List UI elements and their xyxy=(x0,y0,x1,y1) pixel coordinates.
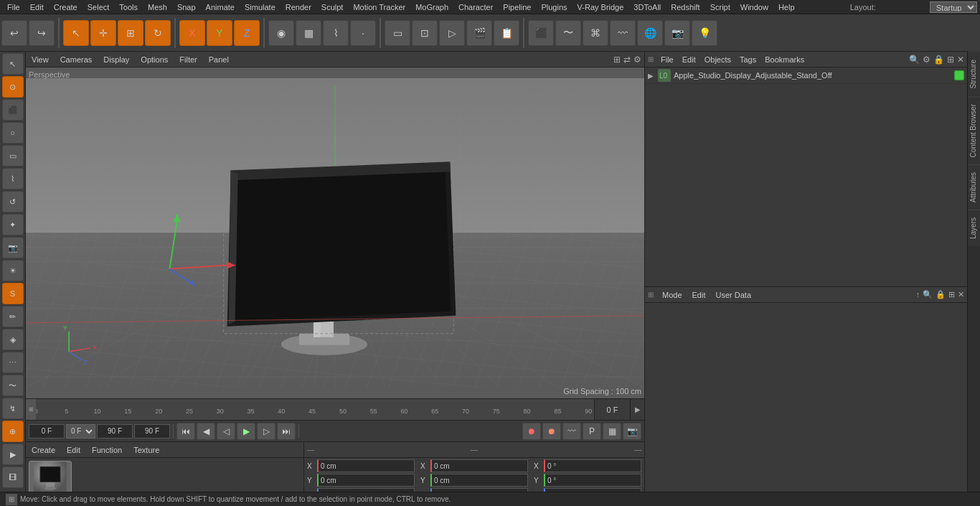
fps-dropdown[interactable]: 0 F xyxy=(66,424,95,439)
play-forward-button[interactable]: ▶ xyxy=(237,423,255,440)
obj-filter-icon[interactable]: ⚙ xyxy=(923,55,930,65)
attr-close-icon[interactable]: ✕ xyxy=(958,290,964,299)
render-region-button[interactable]: ⊡ xyxy=(412,20,438,46)
render-active-button[interactable]: ▷ xyxy=(439,20,465,46)
sidebar-sphere-button[interactable]: ○ xyxy=(2,122,24,144)
menu-plugins[interactable]: Plugins xyxy=(537,1,571,13)
menu-3dtoall[interactable]: 3DToAll xyxy=(629,1,665,13)
goto-last-button[interactable]: ⏭ xyxy=(277,423,296,440)
menu-mograph[interactable]: MoGraph xyxy=(411,1,453,13)
scale-x-input[interactable] xyxy=(430,459,528,472)
menu-vray[interactable]: V-Ray Bridge xyxy=(573,1,628,13)
obj-objects-menu[interactable]: Objects xyxy=(702,55,734,65)
frame-all-button[interactable]: ▭ xyxy=(385,20,410,46)
deform-tool-button[interactable]: 〰 xyxy=(610,20,636,46)
attr-edit-menu[interactable]: Edit xyxy=(689,290,709,300)
menu-script[interactable]: Script xyxy=(706,1,735,13)
object-mode-button[interactable]: ◉ xyxy=(268,20,294,46)
menu-character[interactable]: Character xyxy=(454,1,497,13)
layout-dropdown[interactable]: Startup xyxy=(930,1,977,13)
layers-tab[interactable]: Layers xyxy=(968,210,980,246)
menu-motion-tracker[interactable]: Motion Tracker xyxy=(349,1,410,13)
menu-sculpt[interactable]: Sculpt xyxy=(317,1,348,13)
end-frame-input[interactable] xyxy=(97,424,133,439)
start-frame-input[interactable] xyxy=(29,424,65,439)
table-row[interactable]: ▶ L0 Apple_Studio_Display_Adjustable_Sta… xyxy=(645,67,967,84)
menu-redshift[interactable]: Redshift xyxy=(666,1,704,13)
sidebar-paint-button[interactable]: ✏ xyxy=(2,306,24,327)
snap-frame-button[interactable]: P xyxy=(583,423,601,440)
menu-window[interactable]: Window xyxy=(736,1,773,13)
vp-filter-menu[interactable]: Filter xyxy=(176,55,199,65)
menu-tools[interactable]: Tools xyxy=(115,1,142,13)
sidebar-anim-button[interactable]: 🎞 xyxy=(2,467,24,488)
autokey-button[interactable]: ⏺ xyxy=(542,423,561,440)
menu-create[interactable]: Create xyxy=(50,1,82,13)
redo-button[interactable]: ↪ xyxy=(29,20,55,46)
step-back-button[interactable]: ◀ xyxy=(197,423,215,440)
vp-options-menu[interactable]: Options xyxy=(138,55,171,65)
content-browser-tab[interactable]: Content Browser xyxy=(968,96,980,164)
render-picture-button[interactable]: 🎬 xyxy=(466,20,492,46)
x-axis-button[interactable]: X xyxy=(179,20,205,46)
vp-panel-menu[interactable]: Panel xyxy=(206,55,232,65)
spline-tool-button[interactable]: 〜 xyxy=(555,20,581,46)
attr-lock2-icon[interactable]: 🔒 xyxy=(936,290,946,299)
sidebar-snap-button[interactable]: ⊕ xyxy=(2,421,24,442)
sidebar-plane-button[interactable]: ▭ xyxy=(2,145,24,167)
attr-max-icon[interactable]: ⊞ xyxy=(948,290,955,299)
timeline-ruler[interactable]: 0 5 10 15 20 25 30 35 40 45 50 55 60 65 … xyxy=(36,399,594,421)
scene-tool-button[interactable]: 🌐 xyxy=(637,20,663,46)
frame-nav-button[interactable]: ▶ xyxy=(630,399,644,421)
z-axis-button[interactable]: Z xyxy=(234,20,260,46)
light-tool-button[interactable]: 💡 xyxy=(692,20,717,46)
sidebar-sweep-button[interactable]: ↺ xyxy=(2,191,24,212)
undo-button[interactable]: ↩ xyxy=(1,20,27,46)
sidebar-cube-button[interactable]: ⬛ xyxy=(2,99,24,121)
edge-mode-button[interactable]: ⌇ xyxy=(323,20,349,46)
move-tool-button[interactable]: ✛ xyxy=(90,20,116,46)
menu-render[interactable]: Render xyxy=(281,1,316,13)
attr-userdata-menu[interactable]: User Data xyxy=(713,290,755,300)
menu-file[interactable]: File xyxy=(3,1,24,13)
record-button[interactable]: ⏺ xyxy=(522,423,541,440)
y-axis-button[interactable]: Y xyxy=(207,20,232,46)
rotate-tool-button[interactable]: ↻ xyxy=(145,20,171,46)
obj-tags-menu[interactable]: Tags xyxy=(737,55,759,65)
menu-help[interactable]: Help xyxy=(774,1,799,13)
motion-button[interactable]: 〰 xyxy=(562,423,581,440)
structure-tab[interactable]: Structure xyxy=(968,52,980,96)
menu-pipeline[interactable]: Pipeline xyxy=(499,1,535,13)
vp-cameras-menu[interactable]: Cameras xyxy=(57,55,95,65)
sidebar-motion-button[interactable]: 〜 xyxy=(2,375,24,396)
preview-button[interactable]: ▦ xyxy=(603,423,621,440)
poly-mode-button[interactable]: ▦ xyxy=(296,20,321,46)
timeline-toggle[interactable]: ⊞ xyxy=(26,399,36,421)
obj-bookmarks-menu[interactable]: Bookmarks xyxy=(762,55,807,65)
render-vp-button[interactable]: 📷 xyxy=(623,423,641,440)
goto-first-button[interactable]: ⏮ xyxy=(176,423,195,440)
sidebar-camera-button[interactable]: 📷 xyxy=(2,237,24,258)
sidebar-nurbs-button[interactable]: ⌇ xyxy=(2,168,24,189)
obj-lock-icon[interactable]: 🔒 xyxy=(933,55,944,65)
viewport[interactable]: Perspective Grid Spacing : 100 cm xyxy=(26,67,644,398)
sidebar-render-button[interactable]: ▶ xyxy=(2,444,24,465)
end-frame2-input[interactable] xyxy=(134,424,170,439)
mat-create-menu[interactable]: Create xyxy=(29,445,58,455)
object-visibility-dot[interactable] xyxy=(954,70,964,80)
vp-settings-icon[interactable]: ⚙ xyxy=(633,55,641,65)
scale-y-input[interactable] xyxy=(430,474,528,487)
obj-maximize-icon[interactable]: ⊞ xyxy=(947,55,954,65)
sidebar-dynamics-button[interactable]: ↯ xyxy=(2,398,24,419)
attr-mode-menu[interactable]: Mode xyxy=(659,290,685,300)
rot-y-input[interactable] xyxy=(544,474,641,487)
attr-search-icon[interactable]: 🔍 xyxy=(923,290,933,299)
step-forward-button[interactable]: ▷ xyxy=(257,423,275,440)
obj-file-menu[interactable]: File xyxy=(658,55,677,65)
obj-edit-menu[interactable]: Edit xyxy=(679,55,699,65)
menu-select[interactable]: Select xyxy=(83,1,114,13)
vp-maximize-icon[interactable]: ⊞ xyxy=(613,55,621,65)
sidebar-active-button[interactable]: ⊙ xyxy=(2,76,24,98)
mat-edit-menu[interactable]: Edit xyxy=(64,445,83,455)
pos-y-input[interactable] xyxy=(317,474,415,487)
